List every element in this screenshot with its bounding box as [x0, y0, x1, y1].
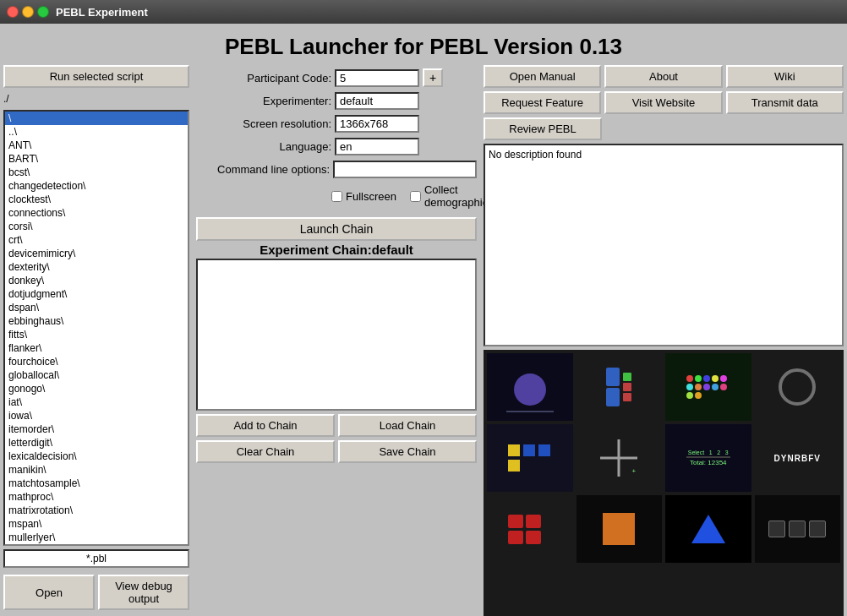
file-list-item[interactable]: mathproc\: [5, 490, 188, 504]
file-list-item[interactable]: donkey\: [5, 274, 188, 287]
view-debug-button[interactable]: View debug output: [98, 575, 189, 610]
collect-demo-checkbox[interactable]: [410, 191, 421, 202]
file-list-item[interactable]: dspan\: [5, 301, 188, 314]
file-list-item[interactable]: clocktest\: [5, 193, 188, 206]
thumbnail-10: [577, 495, 663, 563]
thumbnails-grid: + Select123 Total: 12354: [484, 350, 844, 616]
thumbnail-11: [665, 495, 751, 563]
file-list-item[interactable]: lexicaldecision\: [5, 450, 188, 463]
file-list-item[interactable]: crt\: [5, 233, 188, 247]
thumbnail-2: [577, 353, 663, 421]
add-to-chain-button[interactable]: Add to Chain: [196, 414, 335, 437]
transmit-data-button[interactable]: Transmit data: [726, 91, 844, 114]
title-bar: PEBL Experiment: [0, 0, 847, 24]
file-list-item[interactable]: iat\: [5, 395, 188, 409]
experimenter-input[interactable]: [335, 92, 419, 110]
screen-resolution-row: Screen resolution:: [196, 115, 477, 133]
file-list-item[interactable]: gonogo\: [5, 382, 188, 395]
thumbnail-1: [487, 353, 573, 421]
thumbnail-5: [487, 424, 573, 492]
file-list-item[interactable]: letterdigit\: [5, 436, 188, 450]
clear-chain-button[interactable]: Clear Chain: [196, 440, 335, 463]
file-list-item[interactable]: ebbinghaus\: [5, 314, 188, 328]
close-button[interactable]: [7, 6, 19, 18]
file-list-item[interactable]: globallocal\: [5, 368, 188, 382]
content-area: Run selected script ./ \..\ANT\BART\bcst…: [3, 65, 844, 616]
file-list-item[interactable]: itemorder\: [5, 422, 188, 436]
thumbnail-3: [665, 353, 751, 421]
checkbox-row: Fullscreen Collect demographics: [331, 183, 477, 209]
right-panel: Open Manual About Wiki Request Feature V…: [484, 65, 844, 616]
file-list-item[interactable]: flanker\: [5, 341, 188, 355]
window-title: PEBL Experiment: [56, 6, 148, 19]
file-list-container: \..\ANT\BART\bcst\changedetection\clockt…: [3, 110, 189, 546]
command-line-label: Command line options:: [196, 163, 330, 176]
screen-resolution-input[interactable]: [335, 115, 419, 133]
save-chain-button[interactable]: Save Chain: [338, 440, 477, 463]
experimenter-row: Experimenter:: [196, 92, 477, 110]
run-selected-script-button[interactable]: Run selected script: [3, 65, 189, 88]
filter-bar: *.pbl: [3, 549, 189, 568]
file-list-item[interactable]: mullerlyer\: [5, 531, 188, 544]
collect-demo-checkbox-item[interactable]: Collect demographics: [410, 183, 494, 209]
open-button[interactable]: Open: [3, 575, 95, 610]
file-list-item[interactable]: devicemimicry\: [5, 247, 188, 260]
open-manual-button[interactable]: Open Manual: [484, 65, 601, 88]
file-list-item[interactable]: iowa\: [5, 409, 188, 422]
file-list-item[interactable]: corsi\: [5, 220, 188, 233]
thumbnail-12: [755, 495, 841, 563]
maximize-button[interactable]: [37, 6, 49, 18]
thumbnail-7: Select123 Total: 12354: [665, 424, 751, 492]
chain-title: Experiment Chain:default: [196, 241, 477, 259]
file-list-item[interactable]: mspan\: [5, 517, 188, 531]
file-list-item[interactable]: matchtosample\: [5, 477, 188, 490]
launch-chain-button[interactable]: Launch Chain: [196, 217, 477, 241]
language-row: Language:: [196, 138, 477, 155]
participant-code-input[interactable]: [335, 69, 419, 87]
load-chain-button[interactable]: Load Chain: [338, 414, 477, 437]
language-input[interactable]: [335, 138, 419, 155]
description-text: No description found: [489, 149, 582, 161]
fullscreen-checkbox-item[interactable]: Fullscreen: [331, 190, 396, 203]
file-list-item[interactable]: BART\: [5, 152, 188, 166]
plus-button[interactable]: +: [423, 68, 443, 87]
visit-website-button[interactable]: Visit Website: [604, 91, 722, 114]
file-list-item[interactable]: manikin\: [5, 463, 188, 477]
participant-code-label: Participant Code:: [196, 72, 331, 84]
file-list-item[interactable]: fourchoice\: [5, 355, 188, 368]
top-buttons-row-2: Request Feature Visit Website Transmit d…: [484, 91, 844, 114]
minimize-button[interactable]: [22, 6, 34, 18]
wiki-button[interactable]: Wiki: [726, 65, 844, 88]
chain-buttons: Add to Chain Load Chain Clear Chain Save…: [196, 414, 477, 463]
path-label: ./: [3, 91, 189, 106]
app-title: PEBL Launcher for PEBL Version 0.13: [3, 27, 844, 65]
file-list-item[interactable]: bcst\: [5, 166, 188, 179]
thumbnail-4: [755, 353, 841, 421]
left-panel: Run selected script ./ \..\ANT\BART\bcst…: [3, 65, 189, 616]
top-buttons-row-3: Review PEBL: [484, 117, 844, 140]
file-list: \..\ANT\BART\bcst\changedetection\clockt…: [5, 112, 188, 544]
main-window: PEBL Launcher for PEBL Version 0.13 Run …: [0, 24, 847, 616]
file-list-item[interactable]: ANT\: [5, 139, 188, 152]
file-list-item[interactable]: ..\: [5, 125, 188, 139]
file-list-item[interactable]: fitts\: [5, 328, 188, 341]
screen-resolution-label: Screen resolution:: [196, 117, 331, 130]
file-list-item[interactable]: matrixrotation\: [5, 504, 188, 517]
file-list-item[interactable]: connections\: [5, 206, 188, 220]
file-list-item[interactable]: \: [5, 112, 188, 125]
file-list-item[interactable]: dexterity\: [5, 260, 188, 274]
middle-panel: Participant Code: + Experimenter: Screen…: [193, 65, 480, 616]
file-list-item[interactable]: changedetection\: [5, 179, 188, 193]
experimenter-label: Experimenter:: [196, 95, 331, 107]
command-line-input[interactable]: [333, 161, 477, 178]
window-controls[interactable]: [7, 6, 49, 18]
file-list-item[interactable]: dotjudgment\: [5, 287, 188, 301]
open-debug-row: Open View debug output: [3, 575, 189, 610]
request-feature-button[interactable]: Request Feature: [484, 91, 601, 114]
chain-box: [196, 259, 477, 411]
about-button[interactable]: About: [604, 65, 722, 88]
review-pebl-button[interactable]: Review PEBL: [484, 117, 602, 140]
fullscreen-checkbox[interactable]: [331, 191, 342, 202]
command-line-row: Command line options:: [196, 161, 477, 178]
language-label: Language:: [196, 140, 331, 153]
